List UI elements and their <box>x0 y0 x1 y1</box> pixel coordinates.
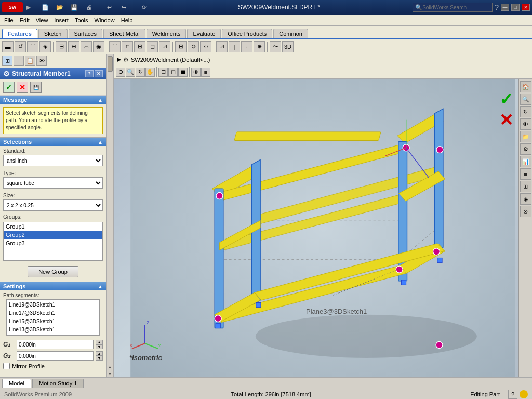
size-select[interactable]: 2 x 2 x 0.25 1 x 1 x 0.125 3 x 3 x 0.375 <box>3 200 103 211</box>
icon-pattern-circular[interactable]: ⊚ <box>188 41 199 52</box>
toolbar-save[interactable]: 💾 <box>69 2 80 13</box>
group-item-2[interactable]: Group2 <box>4 231 102 239</box>
ri-settings[interactable]: ⚙ <box>520 143 531 155</box>
g1-input[interactable] <box>17 340 94 349</box>
selections-section-header[interactable]: Selections ▲ <box>0 138 106 146</box>
g1-spin-up[interactable]: ▲ <box>96 340 103 344</box>
tab-sheet-metal[interactable]: Sheet Metal <box>103 29 145 38</box>
bottom-tab-motion-study[interactable]: Motion Study 1 <box>32 379 84 388</box>
toolbar-rebuild[interactable]: ⟳ <box>138 2 150 13</box>
ri-more2[interactable]: ⊞ <box>520 181 531 192</box>
groups-list[interactable]: Group1 Group2 Group3 <box>3 222 103 261</box>
ri-rotate[interactable]: ↻ <box>520 106 531 117</box>
maximize-button[interactable]: □ <box>511 4 520 11</box>
status-help-icon[interactable]: ? <box>508 390 517 399</box>
icon-pattern-linear[interactable]: ⊞ <box>175 41 187 52</box>
tab-evaluate[interactable]: Evaluate <box>187 29 221 38</box>
group-item-3[interactable]: Group3 <box>4 239 102 247</box>
path-list[interactable]: Line19@3DSketch1 Line17@3DSketch1 Line15… <box>6 299 100 336</box>
close-button[interactable]: ✕ <box>522 4 530 11</box>
toolbar-print[interactable]: 🖨 <box>83 2 95 13</box>
icon-draft[interactable]: ⊿ <box>159 41 170 52</box>
icon-chamfer[interactable]: ⌗ <box>122 41 133 52</box>
tree-icon-display[interactable]: 👁 <box>36 56 47 66</box>
icon-cut-sweep[interactable]: ⌓ <box>81 41 92 52</box>
vp-tb-view[interactable]: 👁 <box>191 68 201 77</box>
ri-more4[interactable]: ⊙ <box>520 206 531 217</box>
message-section-header[interactable]: Message ▲ <box>0 96 106 104</box>
toolbar-redo[interactable]: ↪ <box>118 2 129 13</box>
ri-ppt[interactable]: 📊 <box>520 156 531 167</box>
group-item-1[interactable]: Group1 <box>4 222 102 231</box>
icon-fillet[interactable]: ⌒ <box>109 41 121 52</box>
vp-tb-zoom-fit[interactable]: ⊕ <box>116 68 125 77</box>
menu-file[interactable]: File <box>1 16 17 24</box>
ri-folder[interactable]: 📁 <box>520 131 531 142</box>
vp-tb-rotate[interactable]: ↻ <box>136 68 145 77</box>
menu-help[interactable]: Help <box>118 16 136 24</box>
viewport-3d[interactable]: Plane3@3DSketch1 *Isometric ✓ ✕ X Y Z 🏠 … <box>114 79 532 377</box>
icon-curves[interactable]: 〜 <box>270 41 281 52</box>
tree-icon-config[interactable]: ≡ <box>14 56 24 66</box>
g2-input[interactable] <box>17 351 94 361</box>
tab-features[interactable]: Features <box>2 29 37 38</box>
panel-scrollbar[interactable]: ▲ ▼ <box>107 54 114 377</box>
menu-insert[interactable]: Insert <box>51 16 72 24</box>
search-input[interactable] <box>422 5 490 10</box>
icon-extrude[interactable]: ▬ <box>2 41 14 52</box>
ri-more3[interactable]: ◈ <box>520 193 531 205</box>
g2-spin-down[interactable]: ▼ <box>96 356 103 361</box>
menu-window[interactable]: Window <box>91 16 118 24</box>
icon-cut-revolve[interactable]: ⊖ <box>68 41 79 52</box>
menu-view[interactable]: View <box>33 16 51 24</box>
vp-tb-section[interactable]: ⊟ <box>158 68 168 77</box>
menu-tools[interactable]: Tools <box>72 16 91 24</box>
toolbar-open[interactable]: 📂 <box>54 2 65 13</box>
icon-rib[interactable]: ⊞ <box>134 41 145 52</box>
confirm-ok-button[interactable]: ✓ <box>3 82 15 93</box>
icon-ref-plane[interactable]: ⊿ <box>216 41 228 52</box>
icon-instant3d[interactable]: 3D <box>282 41 294 52</box>
vp-tb-wireframe[interactable]: ◻ <box>168 68 178 77</box>
viewport-confirm-check[interactable]: ✓ <box>499 89 513 109</box>
icon-cut-loft[interactable]: ◉ <box>93 41 104 52</box>
icon-ref-point[interactable]: · <box>241 41 252 52</box>
tree-icon-features[interactable]: ⊞ <box>2 56 12 66</box>
minimize-button[interactable]: — <box>501 4 509 11</box>
confirm-save-button[interactable]: 💾 <box>30 82 42 93</box>
icon-shell[interactable]: ◻ <box>147 41 158 52</box>
g1-spin-down[interactable]: ▼ <box>96 344 103 349</box>
vp-tb-zoom-select[interactable]: 🔍 <box>126 68 135 77</box>
icon-ref-coord[interactable]: ⊕ <box>254 41 265 52</box>
icon-revolve[interactable]: ↺ <box>15 41 26 52</box>
ri-view[interactable]: 👁 <box>520 118 531 130</box>
tree-expand-icon[interactable]: ▶ <box>117 56 121 63</box>
standard-select[interactable]: ansi inch iso din <box>3 155 103 166</box>
tab-common[interactable]: Common <box>273 29 308 38</box>
tab-weldments[interactable]: Weldments <box>147 29 187 38</box>
viewport-cancel-x[interactable]: ✕ <box>499 110 513 130</box>
toolbar-new[interactable]: 📄 <box>39 2 51 13</box>
bottom-tab-model[interactable]: Model <box>2 379 31 388</box>
vp-tb-more[interactable]: ≡ <box>201 68 210 77</box>
tab-sketch[interactable]: Sketch <box>38 29 68 38</box>
icon-sweep[interactable]: ⌒ <box>27 41 38 52</box>
toolbar-undo[interactable]: ↩ <box>103 2 115 13</box>
tab-office-products[interactable]: Office Products <box>222 29 272 38</box>
icon-cut-extrude[interactable]: ⊟ <box>56 41 67 52</box>
icon-mirror[interactable]: ⇔ <box>200 41 211 52</box>
icon-loft[interactable]: ◈ <box>39 41 51 52</box>
type-select[interactable]: square tube c channel angle iron pipe <box>3 177 103 189</box>
settings-section-header[interactable]: Settings ▲ <box>0 282 106 290</box>
menu-edit[interactable]: Edit <box>17 16 33 24</box>
ri-home[interactable]: 🏠 <box>520 81 531 92</box>
vp-tb-shaded[interactable]: ◼ <box>178 68 188 77</box>
mirror-checkbox[interactable] <box>3 363 10 369</box>
tab-surfaces[interactable]: Surfaces <box>69 29 102 38</box>
panel-help-button[interactable]: ? <box>85 70 94 77</box>
panel-close-button[interactable]: ✕ <box>95 70 103 77</box>
ri-zoom[interactable]: 🔍 <box>520 94 531 105</box>
ri-more1[interactable]: ≡ <box>520 168 531 180</box>
confirm-cancel-button[interactable]: ✕ <box>17 82 28 93</box>
title-menu-arrow[interactable]: ▶ <box>26 4 31 11</box>
